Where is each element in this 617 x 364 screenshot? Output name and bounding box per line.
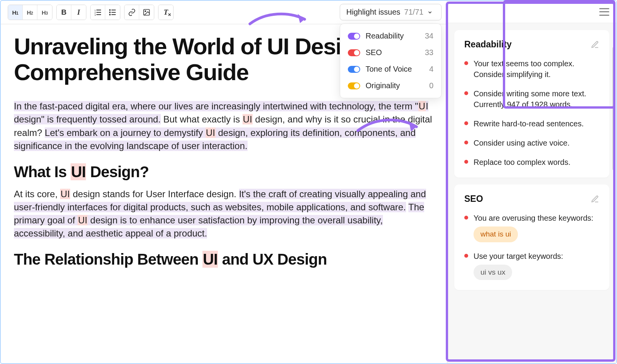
ordered-list-icon: 123: [94, 8, 102, 16]
sidebar: Readability Your text seems too complex.…: [447, 1, 616, 363]
list-item[interactable]: You are overusing these keywords: what i…: [464, 213, 599, 242]
svg-rect-9: [111, 12, 116, 13]
text-span: Design?: [86, 163, 149, 180]
clear-format-button[interactable]: T✕: [158, 5, 173, 20]
issue-label: Readability: [366, 32, 420, 40]
text-span: The Relationship Between: [14, 251, 202, 268]
seo-card: SEO You are overusing these keywords: wh…: [454, 185, 609, 290]
card-title: Readability: [464, 39, 512, 50]
paragraph-2: At its core, UI design stands for User I…: [14, 188, 434, 240]
seo-list: You are overusing these keywords: what i…: [464, 213, 599, 280]
bullet-icon: [464, 141, 468, 144]
insert-group: [124, 5, 154, 20]
bold-button[interactable]: B: [57, 5, 71, 20]
list-group: 123: [90, 5, 120, 20]
issue-count: 34: [425, 32, 433, 40]
image-button[interactable]: [139, 5, 154, 20]
issue-count: 4: [429, 65, 433, 74]
link-button[interactable]: [125, 5, 139, 20]
issue-toggle-tone[interactable]: Tone of Voice 4: [340, 61, 441, 77]
unordered-list-icon: [109, 8, 116, 16]
card-header: SEO: [464, 194, 599, 204]
bullet-icon: [464, 91, 468, 95]
image-icon: [143, 8, 150, 16]
issue-toggle-readability[interactable]: Readability 34: [340, 28, 441, 44]
keyword-pill[interactable]: what is ui: [474, 226, 518, 242]
list-item[interactable]: Use your target keywords: ui vs ux: [464, 251, 599, 280]
toggle-icon: [348, 33, 360, 40]
keyword-pill[interactable]: ui vs ux: [474, 265, 512, 280]
text-span: Let's embark on a journey to demystify: [45, 127, 206, 138]
svg-rect-3: [96, 12, 101, 13]
issue-toggle-originality[interactable]: Originality 0: [340, 77, 441, 94]
sidebar-header: [447, 1, 616, 23]
text-span: design stands for User Interface design.: [70, 189, 239, 199]
h3-button[interactable]: H3: [37, 5, 52, 20]
keyword-highlight: U: [418, 101, 426, 111]
svg-text:3: 3: [94, 14, 96, 16]
chevron-down-icon: [427, 10, 433, 15]
highlight-issues-wrap: Highlight issues 71/71 Readability 34 SE…: [340, 4, 442, 98]
heading-what-is-ui: What Is UI Design?: [14, 163, 434, 181]
item-text: Consider using active voice.: [474, 138, 570, 148]
italic-button[interactable]: I: [71, 5, 86, 20]
toggle-icon: [348, 82, 360, 89]
cards-container: Readability Your text seems too complex.…: [447, 23, 616, 297]
svg-rect-11: [111, 14, 116, 15]
bullet-icon: [464, 61, 468, 65]
highlight-issues-panel: Readability 34 SEO 33 Tone of Voice 4: [340, 23, 442, 98]
editor-toolbar: H1 H2 H3 B I 123: [1, 1, 447, 24]
item-text: You are overusing these keywords:: [474, 213, 593, 223]
readability-list: Your text seems too complex. Consider si…: [464, 58, 599, 168]
item-text: Use your target keywords:: [474, 251, 563, 262]
keyword-highlight: UI: [206, 127, 216, 138]
item-text: Consider writing some more text. Current…: [474, 88, 599, 110]
highlight-issues-label: Highlight issues: [346, 8, 400, 17]
card-title: SEO: [464, 194, 483, 204]
svg-rect-5: [96, 14, 101, 15]
issue-label: Originality: [366, 81, 424, 90]
bullet-icon: [464, 254, 468, 258]
ordered-list-button[interactable]: 123: [91, 5, 105, 20]
list-item[interactable]: Replace too complex words.: [464, 157, 599, 168]
text-span: But what exactly is: [161, 114, 243, 124]
menu-icon[interactable]: [599, 8, 609, 16]
list-item[interactable]: Consider writing some more text. Current…: [464, 88, 599, 110]
clear-group: T✕: [158, 5, 174, 20]
issue-toggle-seo[interactable]: SEO 33: [340, 44, 441, 61]
text-span: In the fast-paced digital era, where our…: [14, 101, 418, 111]
h2-button[interactable]: H2: [23, 5, 37, 20]
unordered-list-button[interactable]: [105, 5, 120, 20]
text-span: At its core,: [14, 189, 60, 199]
text-span: and UX Design: [218, 251, 327, 268]
paragraph-1: In the fast-paced digital era, where our…: [14, 100, 434, 152]
highlight-issues-count: 71/71: [404, 8, 423, 17]
heading-relationship: The Relationship Between UI and UX Desig…: [14, 251, 434, 268]
bullet-icon: [464, 160, 468, 164]
list-item[interactable]: Consider using active voice.: [464, 138, 599, 148]
list-item[interactable]: Your text seems too complex. Consider si…: [464, 58, 599, 80]
highlight-issues-button[interactable]: Highlight issues 71/71: [340, 4, 442, 20]
text-span: What Is: [14, 163, 71, 180]
link-icon: [128, 8, 136, 16]
edit-icon[interactable]: [591, 40, 599, 49]
keyword-highlight: UI: [60, 189, 70, 199]
h1-button[interactable]: H1: [8, 5, 23, 20]
item-body: Use your target keywords: ui vs ux: [474, 251, 563, 280]
toggle-icon: [348, 66, 360, 73]
item-text: Rewrite hard-to-read sentences.: [474, 118, 584, 129]
svg-rect-7: [111, 10, 116, 10]
card-header: Readability: [464, 39, 599, 50]
issue-label: Tone of Voice: [366, 65, 424, 74]
item-text: Replace too complex words.: [474, 157, 570, 168]
item-body: You are overusing these keywords: what i…: [474, 213, 593, 242]
edit-icon[interactable]: [591, 195, 599, 203]
scrollbar[interactable]: [612, 47, 615, 170]
app-root: H1 H2 H3 B I 123: [0, 0, 617, 364]
issue-count: 0: [429, 81, 433, 90]
list-item[interactable]: Rewrite hard-to-read sentences.: [464, 118, 599, 129]
svg-rect-1: [96, 10, 101, 10]
keyword-highlight: UI: [78, 215, 88, 225]
keyword-highlight: UI: [243, 114, 253, 124]
bullet-icon: [464, 121, 468, 125]
